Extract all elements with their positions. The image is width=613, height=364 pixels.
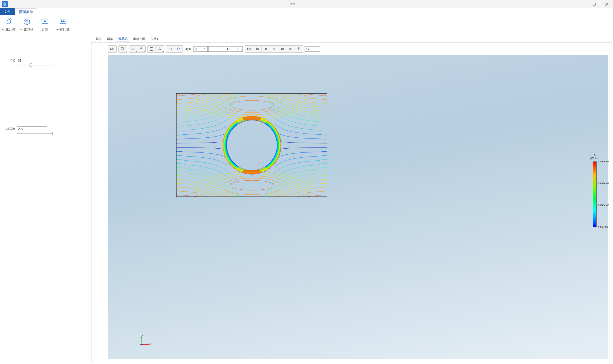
svg-point-9: [112, 49, 113, 50]
time-select[interactable]: 0: [193, 46, 208, 52]
gen-geometry-button[interactable]: 生成几何: [1, 17, 16, 34]
svg-point-44: [242, 168, 262, 180]
plot-tabs: 几何网格磁感线磁感云图矢量1: [91, 36, 613, 42]
record-button[interactable]: [245, 46, 253, 52]
svg-point-22: [158, 50, 159, 50]
time-label: 时间:: [186, 47, 192, 51]
ribbon: 生成几何 生成网格 计算 一键计算: [0, 15, 613, 36]
svg-rect-1: [593, 3, 595, 5]
tab-1[interactable]: 网格: [104, 36, 116, 42]
prev-frame-button[interactable]: [262, 46, 270, 52]
radius-input[interactable]: [17, 58, 47, 63]
svg-point-12: [131, 48, 134, 50]
close-button[interactable]: [600, 0, 613, 8]
frame-input[interactable]: [230, 46, 243, 52]
axis-x-label: x: [150, 342, 151, 345]
legend-title: A: [586, 154, 603, 157]
first-frame-button[interactable]: [253, 46, 262, 52]
next-frame-button[interactable]: [278, 46, 286, 52]
svg-point-43: [242, 110, 262, 122]
one-click-compute-label: 一键计算: [56, 27, 70, 32]
menu-page[interactable]: 页面菜单: [15, 8, 37, 15]
last-frame-button[interactable]: [286, 46, 294, 52]
droplet-icon: [4, 17, 13, 26]
mesh-cube-icon: [22, 17, 31, 26]
window-controls: [575, 0, 613, 8]
export-animation-button[interactable]: [294, 46, 303, 52]
radius-field: 半径: [5, 58, 85, 63]
chevron-down-icon: [316, 48, 319, 50]
canvas-wrap: 时间: 0 1x: [91, 42, 612, 363]
svg-point-10: [121, 47, 123, 50]
speed-value: 1x: [306, 47, 309, 51]
window-title: Test: [9, 2, 575, 6]
one-click-compute-button[interactable]: 一键计算: [55, 17, 71, 34]
menu-file[interactable]: 文件: [0, 8, 15, 15]
rotate-ccw-button[interactable]: [166, 46, 174, 52]
minimize-button[interactable]: [575, 0, 588, 8]
axis-y-label: y: [142, 333, 143, 336]
ring-overlay: [176, 93, 327, 197]
axis-z-label: z: [137, 342, 139, 345]
svg-rect-19: [150, 48, 153, 51]
svg-marker-46: [148, 344, 149, 345]
viewport-toolbar: 时间: 0 1x: [108, 45, 320, 53]
permeability-label: 磁导率: [5, 127, 15, 131]
tab-3[interactable]: 磁感云图: [130, 36, 148, 42]
slider-thumb[interactable]: [52, 132, 55, 135]
rotate-cw-button[interactable]: [174, 46, 183, 52]
play-button[interactable]: [270, 46, 278, 52]
compute-icon: [40, 17, 50, 26]
legend-t2: 1.997e-07: [598, 182, 609, 185]
tab-2[interactable]: 磁感线: [116, 36, 130, 42]
gen-mesh-label: 生成网格: [20, 27, 33, 32]
colormap-button[interactable]: [137, 46, 145, 52]
slider-thumb[interactable]: [30, 63, 32, 67]
viewport[interactable]: A （Wb/m） 2.996e-07 1.997e-07 9.986e-08 3…: [108, 55, 608, 359]
menu-bar: 文件 页面菜单: [0, 8, 613, 15]
svg-point-21: [161, 50, 161, 50]
legend-unit: （Wb/m）: [586, 157, 603, 160]
title-bar: Test: [0, 0, 613, 8]
main-area: 几何网格磁感线磁感云图矢量1: [91, 36, 613, 364]
fit-view-button[interactable]: [148, 46, 156, 52]
speed-select[interactable]: 1x: [305, 46, 320, 52]
radius-slider[interactable]: [17, 64, 55, 66]
svg-line-11: [123, 50, 124, 51]
compute-button[interactable]: 计算: [37, 17, 53, 34]
time-value: 0: [195, 47, 196, 51]
svg-point-20: [160, 47, 160, 48]
compute-label: 计算: [42, 27, 48, 32]
legend-colorbar: [593, 161, 597, 227]
legend-t3: 9.986e-08: [598, 204, 609, 207]
maximize-button[interactable]: [588, 0, 600, 8]
tab-4[interactable]: 矢量1: [148, 36, 161, 42]
gen-geometry-label: 生成几何: [2, 27, 15, 32]
permeability-input[interactable]: [17, 126, 47, 131]
camera-snapshot-button[interactable]: [108, 46, 116, 52]
zoom-tool-button[interactable]: [118, 46, 127, 52]
permeability-slider[interactable]: [17, 132, 55, 135]
svg-marker-48: [140, 336, 142, 338]
axis-orientation-button[interactable]: [156, 46, 164, 52]
one-click-compute-icon: [58, 17, 68, 26]
color-legend: A （Wb/m） 2.996e-07 1.997e-07 9.986e-08 3…: [586, 154, 603, 228]
gen-mesh-button[interactable]: 生成网格: [19, 17, 34, 34]
separator: [74, 18, 74, 34]
svg-point-49: [140, 344, 142, 345]
legend-max: 2.996e-07: [598, 160, 609, 163]
svg-point-4: [10, 19, 11, 20]
axis-triad: x y z: [138, 334, 152, 348]
app-icon: [2, 1, 8, 7]
tab-0[interactable]: 几何: [93, 36, 104, 42]
chevron-down-icon: [204, 48, 206, 50]
svg-rect-23: [247, 48, 250, 50]
permeability-field: 磁导率: [5, 126, 85, 131]
legend-min: 3.79e-13: [598, 226, 608, 229]
transparency-button[interactable]: [129, 46, 137, 52]
time-graph[interactable]: [208, 46, 229, 52]
radius-label: 半径: [5, 59, 15, 63]
sidebar: 半径 磁导率: [0, 36, 91, 364]
body: 半径 磁导率 几何网格磁感线磁感云图矢量1: [0, 36, 613, 364]
